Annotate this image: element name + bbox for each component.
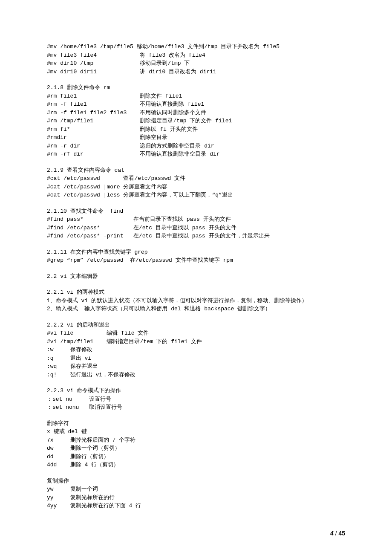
document-page: #mv /home/file3 /tmp/file5 移动/home/file3…	[0, 0, 392, 555]
text-line: #rmdir 删除空目录	[47, 133, 345, 142]
text-line: #mv dir10 dir11 讲 dir10 目录改名为 dir11	[47, 68, 345, 76]
text-line: 4yy 复制光标所在行的下面 4 行	[47, 502, 345, 510]
text-line: #rm -r dir 递归的方式删除非空目录 dir	[47, 142, 345, 150]
text-line: 复制操作	[47, 477, 345, 486]
text-line: 2.1.10 查找文件命令 find	[47, 207, 345, 216]
blank-line	[47, 240, 345, 248]
text-line: x 键或 del 键	[47, 428, 345, 436]
text-line: #rm -f file1 file2 file3 不用确认同时删除多个文件	[47, 109, 345, 117]
blank-line	[47, 159, 345, 166]
page-number: 4 / 45	[330, 529, 345, 538]
text-line: 2.2.3 vi 命令模式下的操作	[47, 387, 345, 395]
text-line: #rm fi* 删除以 fi 开头的文件	[47, 125, 345, 134]
text-line: 2.1.9 查看文件内容命令 cat	[47, 166, 345, 175]
text-line: #mv file3 file4 将 file3 改名为 file4	[47, 51, 345, 60]
text-line: 4dd 删除 4 行（剪切）	[47, 461, 345, 469]
text-line: 2.2 vi 文本编辑器	[47, 272, 345, 281]
text-line: :q! 强行退出 vi，不保存修改	[47, 371, 345, 379]
text-line: dw 删除一个词（剪切）	[47, 444, 345, 453]
text-line: :w 保存修改	[47, 346, 345, 354]
text-line: #vi /tmp/file1 编辑指定目录/tem 下的 file1 文件	[47, 338, 345, 346]
text-line: yy 复制光标所在的行	[47, 494, 345, 502]
blank-line	[47, 379, 345, 387]
text-line: #cat /etc/passwd 查看/etc/passwd 文件	[47, 174, 345, 183]
blank-line	[47, 76, 345, 84]
text-line: 7x 删掉光标后面的 7 个字符	[47, 436, 345, 445]
blank-line	[47, 469, 345, 477]
text-line: :wq 保存并退出	[47, 362, 345, 371]
text-line: #rm file1 删除文件 file1	[47, 92, 345, 101]
blank-line	[47, 199, 345, 207]
text-line: yw 复制一个词	[47, 485, 345, 494]
text-line: #find /etc/pass* -print 在/etc 目录中查找以 pas…	[47, 232, 345, 240]
document-content: #mv /home/file3 /tmp/file5 移动/home/file3…	[47, 43, 345, 510]
blank-line	[47, 313, 345, 321]
text-line: #cat /etc/passwd |more 分屏查看文件内容	[47, 183, 345, 191]
text-line: 2.1.8 删除文件命令 rm	[47, 84, 345, 92]
text-line: ：set nu 设置行号	[47, 395, 345, 404]
text-line: 2.2.1 vi 的两种模式	[47, 288, 345, 297]
page-current: 4	[330, 530, 334, 537]
text-line: :q 退出 vi	[47, 354, 345, 363]
text-line: dd 删除行（剪切）	[47, 453, 345, 461]
page-total: 45	[338, 530, 345, 537]
text-line: #mv /home/file3 /tmp/file5 移动/home/file3…	[47, 43, 345, 51]
text-line: #rm -rf dir 不用确认直接删除非空目录 dir	[47, 150, 345, 159]
text-line: 2、输入模式 输入字符状态（只可以输入和使用 del 和退格 backspace…	[47, 305, 345, 313]
text-line: ：set nonu 取消设置行号	[47, 403, 345, 412]
blank-line	[47, 265, 345, 272]
text-line: 2.2.2 vi 的启动和退出	[47, 321, 345, 330]
text-line: #find pass* 在当前目录下查找以 pass 开头的文件	[47, 215, 345, 224]
text-line: 2.1.11 在文件内容中查找关键字 grep	[47, 248, 345, 257]
text-line: 1、命令模式 vi 的默认进入状态（不可以输入字符，但可以对字符进行操作，复制，…	[47, 297, 345, 305]
text-line: #grep “rpm” /etc/passwd 在/etc/passwd 文件中…	[47, 256, 345, 265]
blank-line	[47, 280, 345, 288]
page-sep: /	[334, 530, 339, 537]
text-line: #vi file 编辑 file 文件	[47, 329, 345, 338]
text-line: #rm /tmp/file1 删除指定目录/tmp 下的文件 file1	[47, 117, 345, 125]
text-line: #rm -f file1 不用确认直接删除 file1	[47, 100, 345, 109]
text-line: 删除字符	[47, 419, 345, 428]
blank-line	[47, 412, 345, 419]
text-line: #find /etc/pass* 在/etc 目录中查找以 pass 开头的文件	[47, 224, 345, 232]
text-line: #mv dir10 /tmp 移动目录到/tmp 下	[47, 59, 345, 68]
text-line: #cat /etc/passwd |less 分屏查看文件内容，可以上下翻页，“…	[47, 191, 345, 199]
